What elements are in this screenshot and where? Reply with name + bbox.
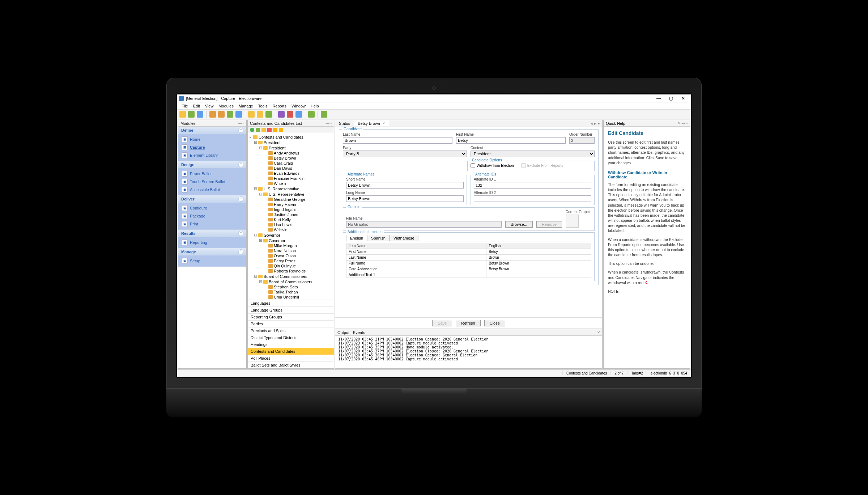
module-item[interactable]: ▣Capture bbox=[180, 143, 244, 151]
menu-manage[interactable]: Manage bbox=[237, 103, 255, 109]
tree-node[interactable]: ⊟ Board of Commissioners bbox=[248, 279, 333, 284]
menu-edit[interactable]: Edit bbox=[191, 103, 202, 109]
refresh-icon[interactable] bbox=[250, 128, 254, 132]
tool-icon[interactable] bbox=[257, 111, 263, 118]
tool-icon[interactable] bbox=[235, 111, 242, 118]
tree-node[interactable]: ▪ Contests and Candidates bbox=[248, 135, 333, 140]
module-item[interactable]: ▣Touch Screen Ballot bbox=[180, 178, 244, 186]
navigator-item[interactable]: Ballot Sets and Ballot Styles bbox=[248, 361, 334, 368]
lang-tab-english[interactable]: English bbox=[346, 235, 367, 241]
tree-node[interactable]: Evan Edwards bbox=[248, 171, 333, 176]
tool-icon[interactable] bbox=[278, 111, 285, 118]
close-icon[interactable]: ✕ — ▫ bbox=[678, 121, 688, 125]
movedown-icon[interactable] bbox=[279, 128, 283, 132]
tool-icon[interactable] bbox=[265, 111, 272, 118]
contest-select[interactable]: President bbox=[471, 151, 595, 157]
tool-icon[interactable] bbox=[295, 111, 302, 118]
tab-next-icon[interactable]: ▸ bbox=[594, 121, 596, 126]
tree-node[interactable]: Write-in bbox=[248, 227, 333, 232]
close-button[interactable]: Close bbox=[484, 320, 505, 326]
exclude-checkbox[interactable]: Exclude From Reports bbox=[521, 163, 563, 168]
menu-modules[interactable]: Modules bbox=[216, 103, 236, 109]
refresh-icon[interactable] bbox=[321, 111, 327, 118]
menu-reports[interactable]: Reports bbox=[270, 103, 289, 109]
menu-window[interactable]: Window bbox=[289, 103, 308, 109]
module-item[interactable]: ▣Package bbox=[180, 212, 244, 220]
table-row[interactable]: Last NameBrown bbox=[346, 255, 591, 261]
tree-node[interactable]: Tarika Trehan bbox=[248, 289, 333, 295]
lang-tab-vietnamese[interactable]: Vietnamese bbox=[390, 235, 418, 241]
tree-node[interactable]: Cara Craig bbox=[248, 161, 333, 166]
tool-icon[interactable] bbox=[188, 111, 195, 118]
moveup-icon[interactable] bbox=[273, 128, 277, 132]
last-name-input[interactable] bbox=[343, 137, 452, 144]
tool-icon[interactable] bbox=[248, 111, 255, 118]
tree-node[interactable]: Ingrid Ingalls bbox=[248, 207, 333, 212]
module-item[interactable]: ▣Paper Ballot bbox=[180, 170, 244, 178]
tree-node[interactable]: Francine Franklin bbox=[248, 176, 333, 181]
navigator-item[interactable]: Precincts and Splits bbox=[248, 327, 334, 334]
withdraw-checkbox[interactable]: Withdraw from Election bbox=[471, 163, 514, 168]
table-row[interactable]: Full NameBetsy Brown bbox=[346, 261, 591, 266]
module-section-results[interactable]: Results˄ bbox=[178, 230, 246, 237]
tool-icon[interactable] bbox=[218, 111, 225, 118]
party-select[interactable]: Party B bbox=[343, 151, 467, 157]
tab-prev-icon[interactable]: ◂ bbox=[591, 121, 593, 126]
shortname-input[interactable] bbox=[346, 182, 464, 189]
table-row[interactable]: Card AbbreviationBetsy Brown bbox=[346, 266, 591, 272]
tree-node[interactable]: Nora Nelson bbox=[248, 248, 333, 253]
tab-status[interactable]: Status bbox=[335, 120, 354, 126]
altid2-input[interactable] bbox=[474, 195, 591, 202]
tree-node[interactable]: Lisa Lewis bbox=[248, 222, 333, 227]
menu-help[interactable]: Help bbox=[309, 103, 321, 109]
delete-icon[interactable] bbox=[267, 128, 272, 132]
navigator-item[interactable]: Headings bbox=[248, 341, 334, 348]
refresh-button[interactable]: Refresh bbox=[456, 320, 481, 326]
tree-node[interactable]: ⊟ Governor bbox=[248, 232, 333, 238]
module-item[interactable]: ▣Element Library bbox=[180, 151, 244, 159]
tree-node[interactable]: ⊟ President bbox=[248, 145, 333, 151]
module-item[interactable]: ▣Accessible Ballot bbox=[180, 186, 244, 194]
altid1-input[interactable] bbox=[474, 182, 591, 189]
tab-list-icon[interactable]: ▾ bbox=[598, 121, 600, 126]
module-section-design[interactable]: Design˄ bbox=[178, 161, 246, 168]
module-section-deliver[interactable]: Deliver˄ bbox=[178, 195, 246, 203]
remove-button[interactable]: Remove bbox=[536, 221, 562, 228]
close-button[interactable]: ✕ bbox=[677, 95, 689, 102]
tree-node[interactable]: Stephen Soto bbox=[248, 284, 333, 289]
add-icon[interactable] bbox=[256, 128, 260, 132]
navigator-item[interactable]: Language Groups bbox=[248, 306, 334, 313]
module-item[interactable]: ▣Configure bbox=[180, 204, 244, 212]
menu-file[interactable]: File bbox=[179, 103, 190, 109]
table-row[interactable]: First NameBetsy bbox=[346, 249, 591, 255]
tree-node[interactable]: Dan Davis bbox=[248, 166, 333, 171]
tool-icon[interactable] bbox=[287, 111, 293, 118]
tree-node[interactable]: ⊟ Governor bbox=[248, 238, 333, 243]
panel-collapse-icon[interactable]: — ▫ bbox=[326, 121, 332, 125]
tree-node[interactable]: ⊟ Board of Commissioners bbox=[248, 274, 333, 279]
navigator-item[interactable]: Contests and Candidates bbox=[248, 348, 334, 355]
menu-tools[interactable]: Tools bbox=[256, 103, 270, 109]
module-item[interactable]: ▣Reporting bbox=[180, 238, 244, 246]
tree-node[interactable]: Harry Harvin bbox=[248, 202, 333, 207]
tree-node[interactable]: Write-in bbox=[248, 181, 333, 186]
navigator-item[interactable]: Parties bbox=[248, 320, 334, 327]
tree-node[interactable]: Percy Perez bbox=[248, 258, 333, 263]
maximize-button[interactable]: ▢ bbox=[665, 95, 677, 102]
module-item[interactable]: ▣Setup bbox=[180, 257, 244, 265]
tree-node[interactable]: ⊟ U.S. Representative bbox=[248, 191, 333, 197]
tree-node[interactable]: Qin Quinyue bbox=[248, 263, 333, 268]
module-section-define[interactable]: Define˄ bbox=[178, 127, 246, 134]
tree-node[interactable]: Kurt Kelly bbox=[248, 217, 333, 222]
tool-icon[interactable] bbox=[197, 111, 203, 118]
browse-button[interactable]: Browse... bbox=[505, 221, 533, 228]
module-item[interactable]: ▣Print bbox=[180, 220, 244, 228]
edit-icon[interactable] bbox=[261, 128, 266, 132]
navigator-item[interactable]: Languages bbox=[248, 300, 334, 306]
lang-tab-spanish[interactable]: Spanish bbox=[367, 235, 390, 241]
tree-node[interactable]: Justine Jones bbox=[248, 212, 333, 217]
panel-collapse-icon[interactable]: — ▫ bbox=[238, 121, 244, 125]
tool-icon[interactable] bbox=[179, 111, 186, 118]
tree-node[interactable]: Andy Andrews bbox=[248, 151, 333, 156]
tree-node[interactable]: Oscar Olson bbox=[248, 253, 333, 258]
